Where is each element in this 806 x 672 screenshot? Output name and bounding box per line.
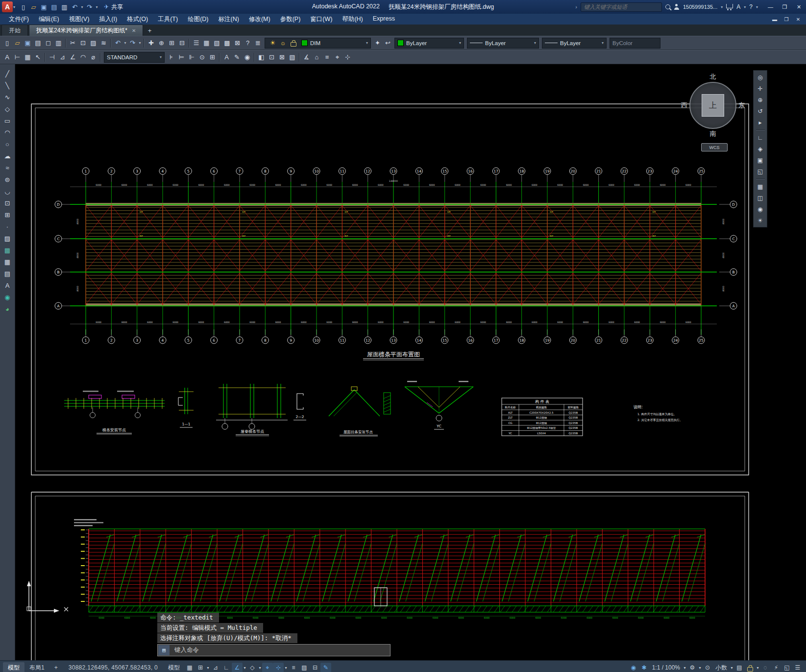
- tab-close-icon[interactable]: ✕: [132, 28, 136, 33]
- menu-file[interactable]: 文件(F): [4, 15, 34, 24]
- plot-icon[interactable]: ▥: [59, 2, 70, 12]
- properties-icon[interactable]: ☰: [191, 38, 201, 48]
- snap-caret-icon[interactable]: ▾: [206, 663, 210, 672]
- zoom-extents-icon[interactable]: ⊕: [755, 95, 766, 105]
- window-minimize-button[interactable]: —: [763, 0, 778, 14]
- grid-display-icon[interactable]: ▦: [184, 663, 195, 672]
- polyline-icon[interactable]: ∿: [2, 92, 13, 102]
- isodraft-icon[interactable]: ◇: [247, 663, 258, 672]
- redo-icon[interactable]: ↷: [127, 38, 138, 48]
- match-properties-icon[interactable]: ≋: [98, 38, 109, 48]
- selection-cycling-icon[interactable]: ⊟: [310, 663, 320, 672]
- isolate-objects-icon[interactable]: ◌: [760, 663, 771, 672]
- menu-format[interactable]: 格式(O): [122, 15, 153, 24]
- workspace-caret-icon[interactable]: ▾: [698, 663, 702, 672]
- polar-tracking-icon[interactable]: ∠: [232, 663, 243, 672]
- designcenter-icon[interactable]: ▦: [201, 38, 212, 48]
- layer-properties-manager-icon[interactable]: ≣: [253, 38, 263, 48]
- save-as-icon[interactable]: ▤: [49, 2, 59, 12]
- menu-modify[interactable]: 修改(M): [244, 15, 275, 24]
- pan-icon[interactable]: ✚: [146, 38, 156, 48]
- app-store-cart-icon[interactable]: [726, 4, 733, 8]
- copy-icon[interactable]: ⊡: [78, 38, 88, 48]
- point-style-icon[interactable]: ◉: [2, 292, 13, 302]
- circle-icon[interactable]: ○: [2, 139, 13, 149]
- color-combo-caret-icon[interactable]: ▾: [459, 41, 461, 45]
- new-file-icon[interactable]: ▯: [2, 38, 12, 48]
- rectangle-icon[interactable]: ▭: [2, 115, 13, 126]
- undo-icon[interactable]: ↶: [113, 38, 123, 48]
- share-button[interactable]: ✈ 共享: [104, 3, 123, 11]
- layer-combo-caret-icon[interactable]: ▾: [366, 41, 368, 45]
- publish-icon[interactable]: ▥: [53, 38, 64, 48]
- dim-baseline-icon[interactable]: ⊧: [166, 52, 176, 62]
- ellipse-icon[interactable]: ⊜: [2, 174, 13, 185]
- line-icon[interactable]: ╱: [2, 68, 13, 79]
- menu-dimension[interactable]: 标注(N): [214, 15, 244, 24]
- workspace-switching-icon[interactable]: ⚙: [687, 663, 698, 672]
- plot-icon[interactable]: ▤: [33, 38, 43, 48]
- construction-line-icon[interactable]: ╲: [2, 80, 13, 91]
- ellipse-arc-icon[interactable]: ◡: [2, 186, 13, 197]
- save-icon[interactable]: ▣: [39, 2, 49, 12]
- units-caret-icon[interactable]: ▾: [730, 663, 734, 672]
- compass-south-label[interactable]: 南: [710, 129, 716, 138]
- lineweight-combo[interactable]: ByLayer ▾: [542, 38, 607, 49]
- cut-icon[interactable]: ✂: [68, 38, 78, 48]
- compass-west-label[interactable]: 西: [681, 101, 687, 110]
- orbit-icon[interactable]: ↺: [755, 106, 766, 116]
- menu-tools[interactable]: 工具(T): [153, 15, 183, 24]
- menu-parametric[interactable]: 参数(P): [275, 15, 306, 24]
- make-current-layer-icon[interactable]: ✦: [372, 38, 383, 48]
- snap-mode-icon[interactable]: ⊞: [195, 663, 206, 672]
- help-caret-icon[interactable]: ▾: [756, 5, 758, 9]
- dim-diameter-icon[interactable]: ⌀: [88, 52, 98, 62]
- annotation-autoscale-icon[interactable]: ✱: [639, 663, 650, 672]
- customization-icon[interactable]: ☰: [792, 663, 803, 672]
- infer-constraints-icon[interactable]: ⊿: [210, 663, 221, 672]
- undo-caret-icon[interactable]: ▾: [123, 38, 127, 48]
- layer-previous-icon[interactable]: ↩: [383, 38, 393, 48]
- account-caret-icon[interactable]: ▾: [721, 5, 723, 9]
- quick-calc-icon[interactable]: ⊠: [232, 38, 243, 48]
- search-input[interactable]: [581, 2, 662, 12]
- point-icon[interactable]: ∙: [2, 221, 13, 232]
- measure-angle-icon[interactable]: ∡: [301, 52, 312, 62]
- paste-icon[interactable]: ▨: [88, 38, 98, 48]
- logo-caret-icon[interactable]: ▾: [13, 5, 15, 9]
- doc-restore-icon[interactable]: ❐: [781, 14, 792, 25]
- polygon-icon[interactable]: ◇: [2, 103, 13, 114]
- create-block-icon[interactable]: ⊞: [2, 209, 13, 220]
- linetype-combo-caret-icon[interactable]: ▾: [534, 41, 536, 45]
- layer-on-icon[interactable]: ☀: [268, 38, 278, 48]
- area-icon[interactable]: ⌂: [312, 52, 322, 62]
- account-icon[interactable]: [674, 4, 680, 10]
- infocenter-expand-icon[interactable]: ›: [575, 4, 577, 10]
- tab-start[interactable]: 开始: [1, 25, 28, 36]
- undo-icon[interactable]: ↶: [70, 2, 80, 12]
- layout1-tab[interactable]: 布局1: [24, 662, 49, 672]
- color-combo[interactable]: ByLayer ▾: [394, 38, 464, 49]
- view-controls-icon[interactable]: ◈: [755, 144, 766, 154]
- help-icon[interactable]: ?: [749, 3, 753, 10]
- attach-image-icon[interactable]: ▧: [287, 52, 297, 62]
- mleader-style-icon[interactable]: ↖: [33, 52, 43, 62]
- model-space-button[interactable]: 模型: [164, 662, 184, 672]
- annotation-visibility-icon[interactable]: ◉: [628, 663, 639, 672]
- named-views-icon[interactable]: ▣: [755, 155, 766, 165]
- save-file-icon[interactable]: ▣: [23, 38, 33, 48]
- annotation-monitor-icon[interactable]: ⊙: [702, 663, 713, 672]
- clean-screen-icon[interactable]: ◱: [782, 663, 792, 672]
- object-snap-tracking-icon[interactable]: ⌖: [262, 663, 273, 672]
- compass-north-label[interactable]: 北: [710, 73, 716, 81]
- transparency-icon[interactable]: ▨: [299, 663, 310, 672]
- quick-dim-icon[interactable]: ⊩: [187, 52, 197, 62]
- layer-lock-icon[interactable]: [291, 42, 296, 47]
- doc-close-icon[interactable]: ✕: [792, 14, 804, 25]
- ucs-tool-icon[interactable]: ∟: [755, 132, 766, 143]
- sheetset-manager-icon[interactable]: ▩: [222, 38, 232, 48]
- qnew-icon[interactable]: ▯: [18, 2, 28, 12]
- compass-east-label[interactable]: 东: [738, 101, 745, 110]
- annotation-scale-caret-icon[interactable]: ▾: [683, 663, 687, 672]
- light-icon[interactable]: ☀: [755, 215, 766, 225]
